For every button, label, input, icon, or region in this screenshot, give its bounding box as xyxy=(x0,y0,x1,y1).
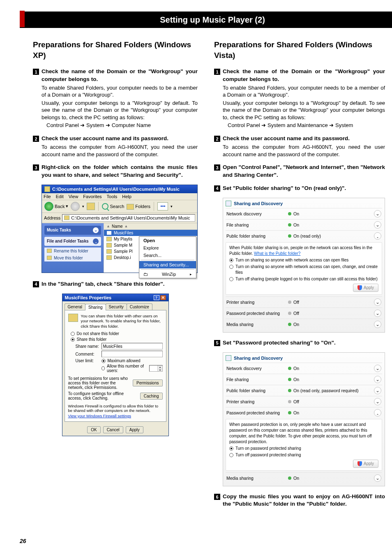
expand-button[interactable] xyxy=(374,298,381,306)
folder-icon xyxy=(106,237,112,241)
cancel-button[interactable]: Cancel xyxy=(103,426,123,433)
column-xp: Preparations for Shared Folders (Windows… xyxy=(33,39,198,514)
ok-button[interactable]: OK xyxy=(87,426,100,433)
expand-button[interactable] xyxy=(374,321,381,328)
explorer-toolbar: Back ▾ ▾ Search Folders ▾ xyxy=(42,200,197,213)
share-name-input[interactable] xyxy=(101,343,163,349)
search-button[interactable]: Search xyxy=(102,203,124,210)
expand-button[interactable] xyxy=(374,474,381,482)
move-link[interactable]: Move this folder xyxy=(44,254,101,261)
public-sharing-options: When Public folder sharing is on, people… xyxy=(226,242,382,295)
expand-button[interactable] xyxy=(374,376,381,383)
step-badge-3: 3 xyxy=(33,164,39,171)
tab-customize[interactable]: Customize xyxy=(127,303,152,310)
file-folder-tasks-card[interactable]: File and Folder Tasksꞈ xyxy=(44,237,101,246)
arrow-icon: ➜ xyxy=(329,122,334,129)
radio-pwd-off[interactable]: Turn off password protected sharing xyxy=(229,452,378,458)
expand-button[interactable] xyxy=(374,221,381,229)
step-badge-1: 1 xyxy=(33,69,39,75)
rename-icon xyxy=(47,249,52,253)
what-is-public-link[interactable]: What is the Public folder? xyxy=(254,251,300,256)
column-vista: Preparations for Shared Folders (Windows… xyxy=(214,39,385,514)
address-input[interactable]: C:\Documents and Settings\All Users\Docu… xyxy=(62,214,195,222)
gear-icon xyxy=(226,355,231,361)
apply-button[interactable]: Apply xyxy=(126,426,143,433)
help-button[interactable]: ? xyxy=(154,295,159,300)
firewall-link[interactable]: View your Windows Firewall settings xyxy=(68,414,163,418)
move-icon xyxy=(47,256,52,260)
menu-edit[interactable]: Edit xyxy=(56,194,64,199)
arrow-icon: ➜ xyxy=(261,122,266,129)
expand-button[interactable] xyxy=(374,387,381,394)
step-badge-5: 5 xyxy=(214,340,220,346)
shield-icon xyxy=(357,461,362,466)
gear-icon xyxy=(226,201,231,206)
step-badge-2: 2 xyxy=(214,136,220,142)
views-button[interactable] xyxy=(157,202,168,210)
file-icon xyxy=(106,255,112,260)
page-title-band: Setting up Music Player (2) xyxy=(20,12,392,28)
user-count-spinner[interactable]: ▴▾ xyxy=(149,365,163,372)
explorer-window: C:\Documents and Settings\All Users\Docu… xyxy=(42,185,198,273)
xp-step1-p2: Usually, your computer belongs to a "Wor… xyxy=(42,99,198,121)
menu-file[interactable]: File xyxy=(44,194,51,199)
rename-link[interactable]: Rename this folder xyxy=(44,247,101,254)
radio-pwd-on[interactable]: Turn on password protected sharing xyxy=(229,446,378,451)
password-sharing-options: When password protection is on, only peo… xyxy=(226,419,382,471)
music-tasks-card[interactable]: Music Tasks⌄ xyxy=(44,226,101,235)
expand-button[interactable] xyxy=(374,210,381,217)
folder-icon xyxy=(44,186,50,192)
menu-favorites[interactable]: Favorites xyxy=(83,194,101,199)
share-icon xyxy=(68,314,78,322)
ctx-explore[interactable]: Explore xyxy=(139,244,196,252)
collapse-button[interactable] xyxy=(374,409,381,416)
explorer-filelist: ▲Name ▲ MusicFiles My Playlis Sample M S… xyxy=(104,223,197,273)
accent-bar xyxy=(20,11,25,27)
forward-button[interactable] xyxy=(71,202,80,211)
permissions-button[interactable]: Permissions xyxy=(133,379,162,386)
radio-max-allowed[interactable]: Maximum allowed xyxy=(101,358,163,363)
props-info: You can share this folder with other use… xyxy=(81,314,163,329)
apply-button[interactable]: Apply xyxy=(353,460,378,468)
radio-open-change[interactable]: Turn on sharing so anyone with network a… xyxy=(229,264,378,275)
menu-view[interactable]: View xyxy=(69,194,78,199)
apply-button[interactable]: Apply xyxy=(353,284,378,292)
xp-step3-title: Right-click on the folder which contains… xyxy=(42,164,198,178)
collapse-button[interactable] xyxy=(374,232,381,240)
chevron-down-icon: ⌄ xyxy=(93,227,99,233)
ctx-open[interactable]: Open xyxy=(139,237,196,244)
expand-button[interactable] xyxy=(374,398,381,405)
file-row-selected[interactable]: MusicFiles xyxy=(104,230,197,236)
menu-tools[interactable]: Tools xyxy=(107,194,118,199)
back-button[interactable]: Back ▾ xyxy=(44,202,68,211)
radio-share[interactable]: Share this folder xyxy=(71,337,163,342)
tab-general[interactable]: General xyxy=(65,303,86,310)
vista-step1-title: Check the name of the Domain or the "Wor… xyxy=(223,68,385,83)
radio-do-not-share[interactable]: Do not share this folder xyxy=(71,331,163,336)
expand-button[interactable] xyxy=(374,365,381,372)
comment-input[interactable] xyxy=(101,351,163,357)
radio-allow-number[interactable]: Allow this number of users: ▴▾ xyxy=(101,364,163,373)
expand-button[interactable] xyxy=(374,310,381,317)
xp-step2-title: Check the user account name and its pass… xyxy=(42,135,198,142)
xp-step2-p1: To access the computer from AG-H600NT, y… xyxy=(42,143,198,158)
ctx-search[interactable]: Search... xyxy=(139,252,196,259)
tab-security[interactable]: Security xyxy=(106,303,127,310)
address-label: Address xyxy=(44,215,60,220)
close-button[interactable]: ✕ xyxy=(160,295,166,300)
up-button[interactable] xyxy=(87,203,95,210)
caching-button[interactable]: Caching xyxy=(140,393,163,400)
menu-help[interactable]: Help xyxy=(122,194,131,199)
folders-button[interactable]: Folders xyxy=(127,203,150,210)
ctx-sharing[interactable]: Sharing and Security... xyxy=(139,261,196,268)
vista-section-title: Preparations for Shared Folders (Windows… xyxy=(214,39,385,60)
arrow-icon: ➜ xyxy=(106,122,110,129)
page-title: Setting up Music Player (2) xyxy=(160,15,265,25)
ctx-winzip[interactable]: 🗀 WinZip▸ xyxy=(139,271,196,278)
page-number: 26 xyxy=(20,538,26,544)
radio-turn-off[interactable]: Turn off sharing (people logged on to th… xyxy=(229,276,378,282)
step-badge-3: 3 xyxy=(214,164,220,171)
radio-open-files[interactable]: Turn on sharing so anyone with network a… xyxy=(229,257,378,263)
tab-sharing[interactable]: Sharing xyxy=(85,304,106,310)
explorer-titlebar: C:\Documents and Settings\All Users\Docu… xyxy=(42,185,197,193)
